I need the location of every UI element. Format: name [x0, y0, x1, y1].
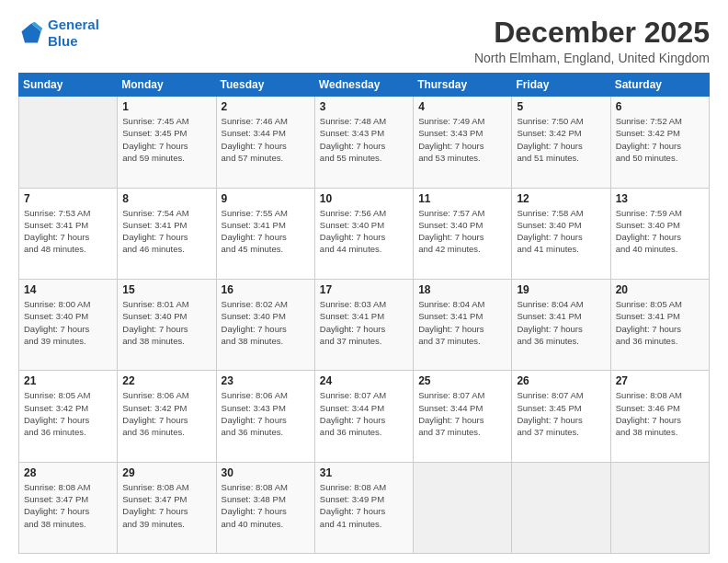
calendar-cell: 29Sunrise: 8:08 AMSunset: 3:47 PMDayligh…: [118, 462, 216, 553]
calendar-cell: [610, 462, 709, 553]
calendar-cell: 1Sunrise: 7:45 AMSunset: 3:45 PMDaylight…: [118, 97, 216, 188]
day-number: 3: [320, 100, 408, 113]
calendar-table: SundayMondayTuesdayWednesdayThursdayFrid…: [18, 73, 710, 554]
day-number: 24: [320, 374, 408, 387]
day-header-wednesday: Wednesday: [314, 74, 413, 97]
day-header-saturday: Saturday: [610, 74, 709, 97]
calendar-cell: 30Sunrise: 8:08 AMSunset: 3:48 PMDayligh…: [216, 462, 314, 553]
calendar-cell: [414, 462, 512, 553]
day-info: Sunrise: 7:58 AMSunset: 3:40 PMDaylight:…: [517, 207, 605, 256]
calendar-cell: 15Sunrise: 8:01 AMSunset: 3:40 PMDayligh…: [118, 279, 216, 370]
calendar-cell: 13Sunrise: 7:59 AMSunset: 3:40 PMDayligh…: [610, 188, 709, 279]
day-number: 11: [418, 192, 506, 205]
calendar-week-5: 28Sunrise: 8:08 AMSunset: 3:47 PMDayligh…: [19, 462, 710, 553]
day-number: 15: [122, 283, 210, 296]
day-number: 7: [24, 192, 112, 205]
day-info: Sunrise: 7:50 AMSunset: 3:42 PMDaylight:…: [517, 115, 605, 164]
day-info: Sunrise: 7:48 AMSunset: 3:43 PMDaylight:…: [320, 115, 408, 164]
calendar-cell: 26Sunrise: 8:07 AMSunset: 3:45 PMDayligh…: [512, 371, 610, 462]
calendar-cell: 5Sunrise: 7:50 AMSunset: 3:42 PMDaylight…: [512, 97, 610, 188]
day-number: 31: [320, 466, 408, 479]
calendar-cell: 9Sunrise: 7:55 AMSunset: 3:41 PMDaylight…: [216, 188, 314, 279]
calendar-cell: 12Sunrise: 7:58 AMSunset: 3:40 PMDayligh…: [512, 188, 610, 279]
day-number: 27: [616, 374, 704, 387]
day-info: Sunrise: 8:05 AMSunset: 3:42 PMDaylight:…: [24, 389, 112, 438]
day-number: 5: [517, 100, 605, 113]
day-number: 10: [320, 192, 408, 205]
day-info: Sunrise: 7:52 AMSunset: 3:42 PMDaylight:…: [616, 115, 704, 164]
calendar-cell: 11Sunrise: 7:57 AMSunset: 3:40 PMDayligh…: [414, 188, 512, 279]
day-header-tuesday: Tuesday: [216, 74, 314, 97]
day-number: 29: [122, 466, 210, 479]
day-number: 13: [616, 192, 704, 205]
day-info: Sunrise: 7:55 AMSunset: 3:41 PMDaylight:…: [222, 207, 310, 256]
day-info: Sunrise: 8:04 AMSunset: 3:41 PMDaylight:…: [418, 298, 506, 347]
page: General Blue December 2025 North Elmham,…: [0, 0, 728, 563]
calendar-cell: 25Sunrise: 8:07 AMSunset: 3:44 PMDayligh…: [414, 371, 512, 462]
day-number: 21: [24, 374, 112, 387]
day-number: 30: [222, 466, 310, 479]
day-number: 14: [24, 283, 112, 296]
day-number: 22: [122, 374, 210, 387]
day-number: 19: [517, 283, 605, 296]
header: General Blue December 2025 North Elmham,…: [18, 17, 710, 65]
day-info: Sunrise: 8:07 AMSunset: 3:44 PMDaylight:…: [418, 389, 506, 438]
calendar-cell: 7Sunrise: 7:53 AMSunset: 3:41 PMDaylight…: [19, 188, 118, 279]
day-info: Sunrise: 7:53 AMSunset: 3:41 PMDaylight:…: [24, 207, 112, 256]
logo-icon: [18, 20, 44, 46]
calendar-week-4: 21Sunrise: 8:05 AMSunset: 3:42 PMDayligh…: [19, 371, 710, 462]
calendar-week-1: 1Sunrise: 7:45 AMSunset: 3:45 PMDaylight…: [19, 97, 710, 188]
calendar-cell: 18Sunrise: 8:04 AMSunset: 3:41 PMDayligh…: [414, 279, 512, 370]
day-number: 1: [122, 100, 210, 113]
day-info: Sunrise: 7:59 AMSunset: 3:40 PMDaylight:…: [616, 207, 704, 256]
day-info: Sunrise: 8:06 AMSunset: 3:42 PMDaylight:…: [122, 389, 210, 438]
day-info: Sunrise: 7:46 AMSunset: 3:44 PMDaylight:…: [222, 115, 310, 164]
day-number: 26: [517, 374, 605, 387]
day-info: Sunrise: 7:45 AMSunset: 3:45 PMDaylight:…: [122, 115, 210, 164]
day-info: Sunrise: 8:02 AMSunset: 3:40 PMDaylight:…: [222, 298, 310, 347]
calendar-cell: 16Sunrise: 8:02 AMSunset: 3:40 PMDayligh…: [216, 279, 314, 370]
day-number: 8: [122, 192, 210, 205]
calendar-cell: 8Sunrise: 7:54 AMSunset: 3:41 PMDaylight…: [118, 188, 216, 279]
calendar-cell: 14Sunrise: 8:00 AMSunset: 3:40 PMDayligh…: [19, 279, 118, 370]
calendar-cell: 31Sunrise: 8:08 AMSunset: 3:49 PMDayligh…: [314, 462, 413, 553]
calendar-week-3: 14Sunrise: 8:00 AMSunset: 3:40 PMDayligh…: [19, 279, 710, 370]
day-info: Sunrise: 8:06 AMSunset: 3:43 PMDaylight:…: [222, 389, 310, 438]
calendar-cell: 24Sunrise: 8:07 AMSunset: 3:44 PMDayligh…: [314, 371, 413, 462]
day-number: 4: [418, 100, 506, 113]
calendar-cell: 6Sunrise: 7:52 AMSunset: 3:42 PMDaylight…: [610, 97, 709, 188]
day-header-sunday: Sunday: [19, 74, 118, 97]
calendar-cell: 21Sunrise: 8:05 AMSunset: 3:42 PMDayligh…: [19, 371, 118, 462]
calendar-cell: 19Sunrise: 8:04 AMSunset: 3:41 PMDayligh…: [512, 279, 610, 370]
day-number: 18: [418, 283, 506, 296]
day-info: Sunrise: 7:49 AMSunset: 3:43 PMDaylight:…: [418, 115, 506, 164]
calendar-cell: [19, 97, 118, 188]
calendar-cell: 28Sunrise: 8:08 AMSunset: 3:47 PMDayligh…: [19, 462, 118, 553]
calendar-cell: 2Sunrise: 7:46 AMSunset: 3:44 PMDaylight…: [216, 97, 314, 188]
day-info: Sunrise: 8:00 AMSunset: 3:40 PMDaylight:…: [24, 298, 112, 347]
calendar-cell: 3Sunrise: 7:48 AMSunset: 3:43 PMDaylight…: [314, 97, 413, 188]
calendar-cell: 22Sunrise: 8:06 AMSunset: 3:42 PMDayligh…: [118, 371, 216, 462]
day-info: Sunrise: 8:08 AMSunset: 3:48 PMDaylight:…: [222, 481, 310, 530]
day-number: 23: [222, 374, 310, 387]
calendar-header-row: SundayMondayTuesdayWednesdayThursdayFrid…: [19, 74, 710, 97]
calendar-cell: 10Sunrise: 7:56 AMSunset: 3:40 PMDayligh…: [314, 188, 413, 279]
day-header-monday: Monday: [118, 74, 216, 97]
day-number: 9: [222, 192, 310, 205]
calendar-cell: [512, 462, 610, 553]
month-title: December 2025: [474, 17, 710, 49]
day-info: Sunrise: 7:56 AMSunset: 3:40 PMDaylight:…: [320, 207, 408, 256]
calendar-cell: 17Sunrise: 8:03 AMSunset: 3:41 PMDayligh…: [314, 279, 413, 370]
day-info: Sunrise: 8:08 AMSunset: 3:46 PMDaylight:…: [616, 389, 704, 438]
day-header-thursday: Thursday: [414, 74, 512, 97]
day-number: 17: [320, 283, 408, 296]
calendar-cell: 4Sunrise: 7:49 AMSunset: 3:43 PMDaylight…: [414, 97, 512, 188]
day-info: Sunrise: 8:01 AMSunset: 3:40 PMDaylight:…: [122, 298, 210, 347]
day-info: Sunrise: 8:05 AMSunset: 3:41 PMDaylight:…: [616, 298, 704, 347]
day-info: Sunrise: 8:07 AMSunset: 3:45 PMDaylight:…: [517, 389, 605, 438]
calendar-cell: 20Sunrise: 8:05 AMSunset: 3:41 PMDayligh…: [610, 279, 709, 370]
day-number: 25: [418, 374, 506, 387]
day-number: 16: [222, 283, 310, 296]
logo-line1: General: [48, 17, 99, 32]
day-number: 28: [24, 466, 112, 479]
